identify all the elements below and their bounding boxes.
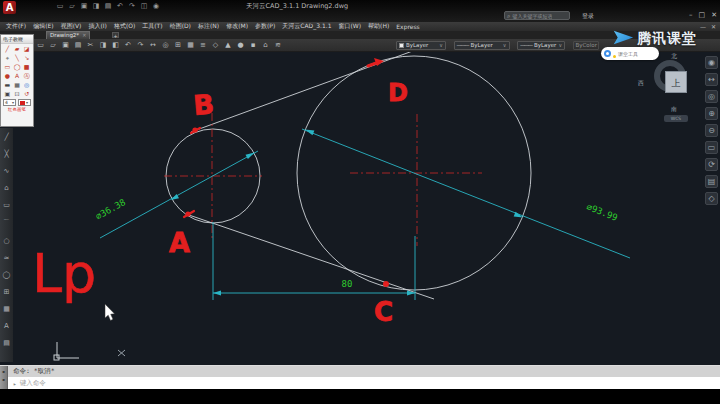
redo-icon[interactable]: ↷	[128, 2, 136, 10]
zoom-in-icon[interactable]: ⊕	[705, 107, 718, 120]
showmotion-icon[interactable]: ▤	[705, 175, 718, 188]
highlighter-icon[interactable]: ▰	[13, 45, 22, 53]
line-icon[interactable]: ╲	[13, 54, 22, 62]
new-file-icon[interactable]: ▭	[36, 40, 45, 51]
arc-icon[interactable]: ⌒	[3, 218, 10, 228]
search-box[interactable]: ⌕ 键入关键字或短语	[504, 11, 570, 20]
pointer-icon[interactable]: ⌖	[3, 54, 12, 62]
viewcube-north-label[interactable]: 北	[671, 52, 677, 61]
lineweight-control[interactable]: ——— ByLayer ∨	[517, 41, 565, 50]
menu-item[interactable]: Express	[396, 23, 419, 30]
spline-icon[interactable]: ≈	[4, 254, 10, 262]
zoom-realtime-icon[interactable]: ◎	[705, 90, 718, 103]
viewcube-south-label[interactable]: 南	[671, 105, 677, 114]
new-file-icon[interactable]: ▭	[56, 2, 64, 10]
menu-item[interactable]: 工具(T)	[142, 22, 162, 31]
undo-icon[interactable]: ↶	[124, 40, 133, 51]
viewcube-top-face[interactable]: 上	[665, 71, 687, 93]
filled-ellipse-icon[interactable]: ●	[3, 72, 12, 80]
table-icon[interactable]: ▤	[3, 339, 10, 347]
zoom-window-icon[interactable]: ⊞	[174, 40, 183, 51]
point-icon[interactable]: ●	[236, 40, 245, 51]
paste-icon[interactable]: ◧	[111, 40, 120, 51]
menu-item[interactable]: 绘图(D)	[170, 22, 191, 31]
maximize-button[interactable]: □	[699, 11, 706, 19]
orbit-icon[interactable]: ⟳	[705, 158, 718, 171]
linetype-control[interactable]: ——— ByLayer ∨	[454, 41, 510, 50]
pen-size-stepper[interactable]: 4 ▾	[3, 99, 16, 106]
save-as-icon[interactable]: ◨	[92, 2, 100, 10]
tab-drawing2[interactable]: Drawing2* ✕	[46, 31, 90, 39]
pen-icon[interactable]: ╱	[3, 45, 12, 53]
menu-item[interactable]: 帮助(H)	[368, 22, 389, 31]
menu-item[interactable]: 修改(M)	[226, 22, 248, 31]
assistant-pill[interactable]: 课堂工具	[601, 47, 659, 60]
dim-text-large-circle[interactable]: ∅93.99	[585, 202, 619, 223]
wcs-button[interactable]: WCS	[664, 115, 688, 122]
plot-preview-icon[interactable]: ◫	[140, 2, 148, 10]
zoom-window-icon[interactable]: ▭	[705, 141, 718, 154]
child-close-button[interactable]: ✕	[711, 23, 716, 30]
arrow-icon[interactable]: ↘	[22, 54, 31, 62]
save-icon[interactable]: ▣	[80, 2, 88, 10]
menu-item[interactable]: 文件(F)	[6, 22, 26, 31]
open-file-icon[interactable]: ▱	[68, 2, 76, 10]
block-icon[interactable]: ▲	[224, 40, 233, 51]
filled-rect-icon[interactable]: ■	[22, 63, 31, 71]
line-icon[interactable]: ╱	[4, 133, 8, 141]
ellipse-icon[interactable]: ◯	[13, 63, 22, 71]
minimize-button[interactable]: –	[689, 11, 693, 19]
login-button[interactable]: 登录	[582, 12, 594, 21]
menu-item[interactable]: 参数(P)	[255, 22, 275, 31]
pan-icon[interactable]: ↔	[705, 73, 718, 86]
monitor-icon[interactable]: ⊡	[13, 90, 22, 98]
menu-item[interactable]: 天河云CAD_3.1.1	[282, 22, 331, 31]
navbar-more-icon[interactable]: ◇	[705, 192, 718, 205]
print-icon[interactable]: ▤	[74, 40, 83, 51]
command-input[interactable]: ▸ 键入命令	[8, 377, 720, 389]
construction-line-icon[interactable]: ╳	[4, 150, 8, 158]
zoom-out-icon[interactable]: ⊖	[705, 124, 718, 137]
steering-wheel-icon[interactable]: ◉	[705, 56, 718, 69]
hatch-icon[interactable]: ▦	[3, 305, 10, 313]
text-icon[interactable]: A	[13, 72, 22, 80]
properties-icon[interactable]: ▦	[186, 40, 195, 51]
color-control[interactable]: ByLayer ∨	[396, 41, 446, 50]
cut-icon[interactable]: ✂	[86, 40, 95, 51]
text-icon[interactable]: A	[4, 322, 9, 330]
open-file-icon[interactable]: ▱	[49, 40, 58, 51]
rect-icon[interactable]: ▭	[3, 63, 12, 71]
measure-icon[interactable]: ▪	[249, 40, 258, 51]
ellipse-icon[interactable]: ◯	[3, 271, 11, 279]
menu-item[interactable]: 视图(V)	[61, 22, 82, 31]
command-window-grip[interactable]: ▪ ▪	[0, 366, 8, 389]
zoom-realtime-icon[interactable]: ◎	[161, 40, 170, 51]
print-icon[interactable]: ▤	[104, 2, 112, 10]
help-icon[interactable]: ◉	[152, 2, 160, 10]
save-icon[interactable]: ▣	[61, 40, 70, 51]
autocad-logo-icon[interactable]: A	[3, 1, 16, 14]
menu-item[interactable]: 编辑(E)	[33, 22, 53, 31]
callout-icon[interactable]: Ⓐ	[22, 72, 31, 80]
polyline-icon[interactable]: ∿	[4, 167, 10, 175]
magnifier-icon[interactable]: ◎	[22, 81, 31, 89]
pan-icon[interactable]: ↔	[149, 40, 158, 51]
blackboard-icon[interactable]: ▬	[3, 81, 12, 89]
dim-text-small-circle[interactable]: ∅36.38	[94, 197, 127, 222]
linetype-icon[interactable]: ≋	[274, 40, 283, 51]
new-tab-button[interactable]: +	[112, 32, 119, 38]
polygon-icon[interactable]: ⌂	[4, 184, 8, 192]
menu-item[interactable]: 标注(N)	[198, 22, 219, 31]
block-insert-icon[interactable]: ⊞	[4, 288, 10, 296]
dim-line-large-diameter[interactable]	[302, 129, 630, 258]
pen-color-picker[interactable]: ▾	[18, 99, 31, 106]
child-minimize-button[interactable]: —	[700, 23, 706, 30]
rectangle-icon[interactable]: ▭	[3, 201, 10, 209]
close-button[interactable]: ✕	[711, 11, 717, 19]
palette-title[interactable]: 电子教鞭	[1, 35, 33, 44]
image-icon[interactable]: ▦	[13, 81, 22, 89]
menu-item[interactable]: 窗口(W)	[338, 22, 361, 31]
layer-manager-icon[interactable]: ≡	[199, 40, 208, 51]
copy-icon[interactable]: ◨	[99, 40, 108, 51]
undo-icon[interactable]: ↺	[22, 90, 31, 98]
